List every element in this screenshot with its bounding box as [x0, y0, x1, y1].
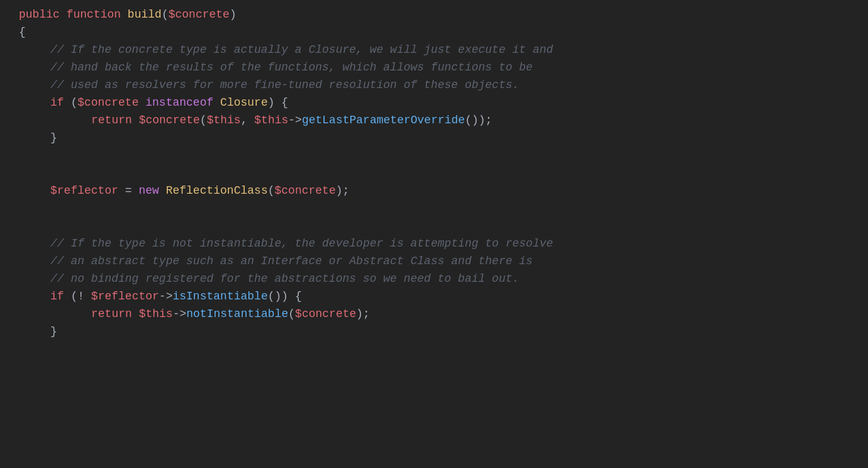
code-line: // no binding registered for the abstrac… — [0, 270, 868, 288]
code-line: $reflector = new ReflectionClass($concre… — [0, 182, 868, 200]
code-line — [0, 218, 868, 235]
code-line — [0, 165, 868, 182]
code-line: return $this->notInstantiable($concrete)… — [0, 306, 868, 323]
code-line: // If the type is not instantiable, the … — [0, 235, 868, 253]
code-line: // hand back the results of the function… — [0, 59, 868, 77]
code-line — [0, 200, 868, 218]
code-line: public function build($concrete) — [0, 6, 868, 24]
code-line: // an abstract type such as an Interface… — [0, 253, 868, 270]
code-line: return $concrete($this, $this->getLastPa… — [0, 112, 868, 130]
code-line: } — [0, 323, 868, 341]
code-line: // If the concrete type is actually a Cl… — [0, 42, 868, 59]
code-editor: public function build($concrete){// If t… — [0, 0, 868, 468]
code-line: if ($concrete instanceof Closure) { — [0, 94, 868, 112]
code-line: } — [0, 130, 868, 147]
code-line: // used as resolvers for more fine-tuned… — [0, 77, 868, 94]
code-line: if (! $reflector->isInstantiable()) { — [0, 288, 868, 306]
code-line: { — [0, 24, 868, 42]
code-line — [0, 147, 868, 165]
